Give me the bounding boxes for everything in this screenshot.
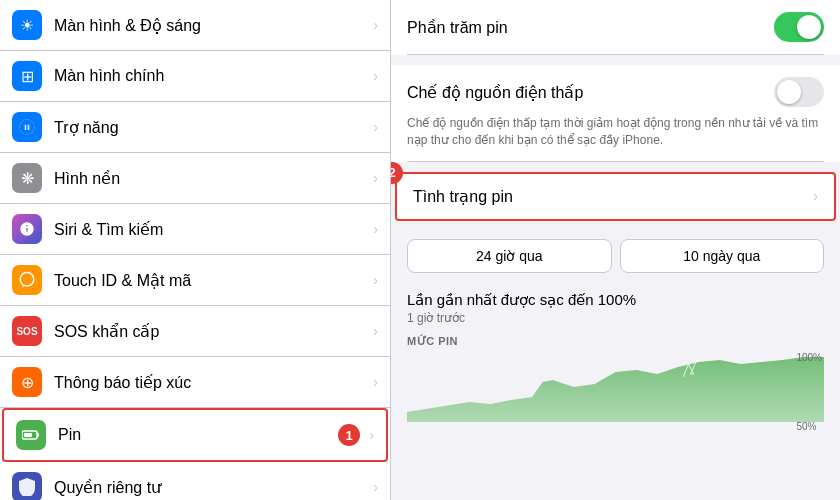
man-hinh-do-sang-icon: ☀: [12, 10, 42, 40]
sidebar-item-thong-bao[interactable]: ⊕ Thông báo tiếp xúc ›: [0, 357, 390, 408]
chevron-icon: ›: [373, 68, 378, 84]
chevron-icon: ›: [373, 272, 378, 288]
svg-rect-3: [37, 433, 39, 437]
pin-icon: [16, 420, 46, 450]
hinh-nen-label: Hình nền: [54, 169, 367, 188]
chevron-icon: ›: [369, 427, 374, 443]
toggle-thumb: [777, 80, 801, 104]
siri-label: Siri & Tìm kiếm: [54, 220, 367, 239]
thong-bao-label: Thông báo tiếp xúc: [54, 373, 367, 392]
tinh-trang-pin-label: Tình trạng pin: [413, 187, 513, 206]
battery-chart-svg: [407, 352, 824, 422]
tro-nang-label: Trợ năng: [54, 118, 367, 137]
sidebar-item-hinh-nen[interactable]: ❋ Hình nền ›: [0, 153, 390, 204]
sidebar-item-touch-id[interactable]: Touch ID & Mật mã ›: [0, 255, 390, 306]
pct-100-label: 100%: [796, 352, 822, 363]
quyen-rieng-tu-icon: [12, 472, 42, 500]
pct-labels: 100% 50%: [796, 352, 824, 432]
sidebar-item-siri[interactable]: Siri & Tìm kiếm ›: [0, 204, 390, 255]
sidebar-item-tro-nang[interactable]: Trợ năng ›: [0, 102, 390, 153]
che-do-label: Chế độ nguồn điện thấp: [407, 83, 583, 102]
24-gio-button[interactable]: 24 giờ qua: [407, 239, 612, 273]
touch-id-label: Touch ID & Mật mã: [54, 271, 367, 290]
tinh-trang-pin-row[interactable]: Tình trạng pin ›: [395, 172, 836, 221]
low-power-top: Chế độ nguồn điện thấp: [407, 77, 824, 107]
quyen-rieng-tu-label: Quyền riêng tư: [54, 478, 367, 497]
phan-tram-pin-label: Phần trăm pin: [407, 18, 508, 37]
man-hinh-chinh-label: Màn hình chính: [54, 67, 367, 85]
lan-gan-nhat-section: Lần gần nhất được sạc đến 100% 1 giờ trư…: [391, 291, 840, 325]
siri-icon: [12, 214, 42, 244]
battery-chart: 100% 50%: [407, 352, 824, 432]
touch-id-icon: [12, 265, 42, 295]
right-battery-panel: Phần trăm pin Chế độ nguồn điện thấp Chế…: [390, 0, 840, 500]
battery-content: Phần trăm pin Chế độ nguồn điện thấp Chế…: [391, 0, 840, 435]
tinh-trang-pin-wrapper: Tình trạng pin › 2: [391, 172, 840, 221]
sos-icon: SOS: [12, 316, 42, 346]
che-do-row: Chế độ nguồn điện thấp Chế độ nguồn điện…: [407, 65, 824, 162]
chevron-icon: ›: [813, 188, 818, 204]
chevron-icon: ›: [373, 323, 378, 339]
sidebar-item-pin[interactable]: Pin 1 ›: [2, 408, 388, 462]
lan-gan-nhat-subtitle: 1 giờ trước: [407, 311, 824, 325]
sidebar-item-sos[interactable]: SOS SOS khẩn cấp ›: [0, 306, 390, 357]
svg-rect-2: [24, 433, 32, 437]
pct-50-label: 50%: [796, 421, 822, 432]
chevron-icon: ›: [373, 374, 378, 390]
che-do-toggle[interactable]: [774, 77, 824, 107]
tro-nang-icon: [12, 112, 42, 142]
che-do-description: Chế độ nguồn điện thấp tạm thời giảm hoạ…: [407, 115, 824, 149]
sidebar-item-quyen-rieng-tu[interactable]: Quyền riêng tư ›: [0, 462, 390, 500]
sidebar-item-man-hinh-chinh[interactable]: ⊞ Màn hình chính ›: [0, 51, 390, 102]
chevron-icon: ›: [373, 221, 378, 237]
phan-tram-pin-row: Phần trăm pin: [407, 0, 824, 55]
left-settings-panel: ☀ Màn hình & Độ sáng › ⊞ Màn hình chính …: [0, 0, 390, 500]
hinh-nen-icon: ❋: [12, 163, 42, 193]
lan-gan-nhat-title: Lần gần nhất được sạc đến 100%: [407, 291, 824, 309]
man-hinh-do-sang-label: Màn hình & Độ sáng: [54, 16, 367, 35]
man-hinh-chinh-icon: ⊞: [12, 61, 42, 91]
che-do-section: Chế độ nguồn điện thấp Chế độ nguồn điện…: [391, 65, 840, 162]
phan-tram-pin-section: Phần trăm pin: [391, 0, 840, 55]
thong-bao-icon: ⊕: [12, 367, 42, 397]
settings-list: ☀ Màn hình & Độ sáng › ⊞ Màn hình chính …: [0, 0, 390, 500]
pin-label: Pin: [58, 426, 363, 444]
chevron-icon: ›: [373, 479, 378, 495]
toggle-thumb: [797, 15, 821, 39]
phan-tram-pin-toggle[interactable]: [774, 12, 824, 42]
badge-1: 1: [338, 424, 360, 446]
chevron-icon: ›: [373, 170, 378, 186]
10-ngay-button[interactable]: 10 ngày qua: [620, 239, 825, 273]
chevron-icon: ›: [373, 17, 378, 33]
sos-label: SOS khẩn cấp: [54, 322, 367, 341]
chevron-icon: ›: [373, 119, 378, 135]
battery-chart-area: MỨC PIN 100% 50%: [391, 335, 840, 435]
time-buttons-section: 24 giờ qua 10 ngày qua: [391, 231, 840, 281]
chart-label: MỨC PIN: [407, 335, 824, 348]
sidebar-item-man-hinh-do-sang[interactable]: ☀ Màn hình & Độ sáng ›: [0, 0, 390, 51]
